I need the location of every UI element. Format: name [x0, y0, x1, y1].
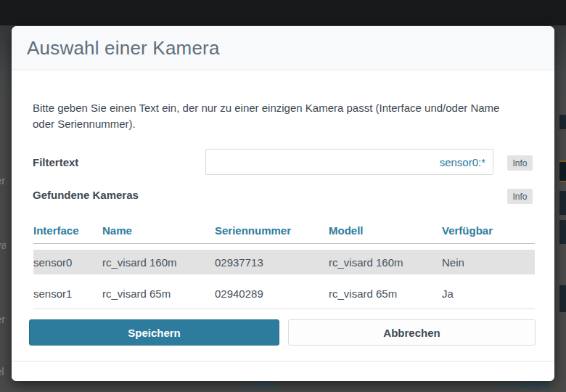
screen: il er va er el rc_test rc_visard 65m Aus… [0, 0, 566, 392]
background-thumbnail-selected [559, 160, 566, 182]
table-row-sensor0[interactable]: sensor0 rc_visard 160m 02937713 rc_visar… [33, 250, 535, 274]
filter-label: Filtertext [33, 156, 78, 168]
found-cameras-label: Gefundene Kameras [33, 189, 139, 201]
background-text-fragment: va [0, 239, 6, 251]
background-text-fragment: el [0, 365, 6, 377]
cell-serial: 02937713 [215, 256, 329, 269]
background-thumbnail [559, 115, 566, 129]
camera-selection-dialog: Auswahl einer Kamera Bitte geben Sie ein… [12, 26, 554, 381]
background-thumbnail [559, 191, 566, 215]
background-text-fragment: er [0, 174, 6, 187]
header-interface: Interface [33, 224, 102, 237]
dialog-title: Auswahl einer Kamera [27, 37, 220, 60]
filter-row: Filtertext [12, 149, 554, 175]
dialog-footer [12, 361, 554, 381]
background-text-fragment: il [0, 93, 6, 105]
background-thumbnail [559, 220, 566, 244]
background-text-fragment: er [0, 313, 6, 325]
background-top-bar [0, 0, 566, 25]
save-button[interactable]: Speichern [29, 319, 279, 346]
cell-available: Ja [442, 287, 535, 300]
found-cameras-info-button[interactable]: Info [507, 189, 533, 204]
dialog-header: Auswahl einer Kamera [12, 26, 554, 70]
table-bottom-border [33, 306, 535, 309]
header-modell: Modell [329, 224, 442, 237]
cell-name: rc_visard 65m [102, 287, 215, 300]
background-thumbnail [559, 285, 566, 312]
cell-model: rc_visard 160m [329, 256, 442, 269]
cell-serial: 02940289 [215, 287, 329, 300]
header-name: Name [102, 224, 215, 237]
camera-table: Interface Name Seriennummer Modell Verfü… [33, 218, 535, 309]
cell-available: Nein [442, 256, 535, 269]
cancel-button[interactable]: Abbrechen [288, 319, 536, 346]
cell-interface: sensor1 [33, 287, 102, 300]
filter-info-button[interactable]: Info [507, 155, 533, 171]
header-verfuegbar: Verfügbar [442, 224, 535, 237]
header-seriennummer: Seriennummer [215, 224, 329, 237]
filter-input[interactable] [205, 149, 493, 175]
cell-model: rc_visard 65m [329, 287, 442, 300]
cell-interface: sensor0 [33, 256, 102, 269]
table-header-row: Interface Name Seriennummer Modell Verfü… [33, 218, 535, 244]
dialog-intro-text: Bitte geben Sie einen Text ein, der nur … [33, 100, 520, 132]
cell-name: rc_visard 160m [102, 256, 215, 269]
table-row-sensor1[interactable]: sensor1 rc_visard 65m 02940289 rc_visard… [33, 281, 535, 306]
